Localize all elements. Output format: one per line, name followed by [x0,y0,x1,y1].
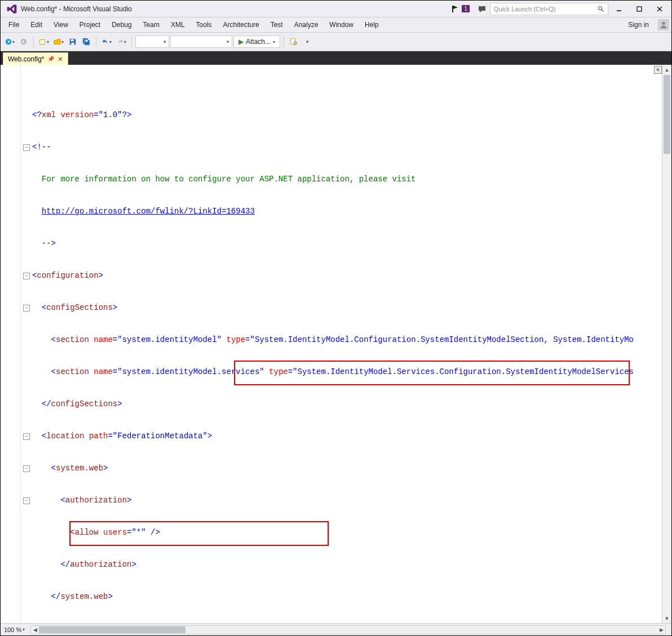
menu-debug[interactable]: Debug [106,19,137,31]
pin-icon[interactable]: 📌 [47,56,54,62]
close-button[interactable] [650,3,669,15]
feedback-icon[interactable] [478,5,487,14]
menu-edit[interactable]: Edit [25,19,48,31]
tab-webconfig[interactable]: Web.config* 📌 ✕ [3,52,68,65]
main-window: Web.config* - Microsoft Visual Studio 1 … [0,0,672,636]
start-debug-button[interactable]: ▶ Attach... ▾ [233,35,280,48]
notification-flag-icon[interactable] [450,5,459,14]
svg-rect-13 [291,39,295,45]
menu-test[interactable]: Test [265,19,289,31]
vs-logo-icon [6,3,17,15]
notification-count-badge[interactable]: 1 [462,5,470,12]
zoom-level[interactable]: 100 % ▾ [4,626,25,633]
fold-icon[interactable]: − [23,305,30,312]
horizontal-scrollbar[interactable]: ◀ ▶ [30,625,666,634]
svg-rect-3 [637,7,642,11]
svg-rect-9 [40,40,45,45]
solution-config-combo[interactable]: ▾ [135,35,169,48]
editor-area: ⇅ <?xml version="1.0"?> −<!-- For more i… [1,65,671,623]
vertical-scrollbar[interactable]: ▲ ▼ [662,65,671,623]
status-bar: 100 % ▾ ◀ ▶ [1,623,671,635]
open-file-button[interactable]: ▾ [52,35,65,48]
menu-xml[interactable]: XML [165,19,191,31]
start-label: Attach... [246,38,271,46]
fold-icon[interactable]: − [23,465,30,472]
scrollbar-thumb[interactable] [664,75,670,154]
code-editor[interactable]: ⇅ <?xml version="1.0"?> −<!-- For more i… [21,65,662,623]
fold-icon[interactable]: − [23,273,30,279]
svg-rect-10 [71,39,74,42]
sign-in-link[interactable]: Sign in [622,19,655,31]
toolbar: ▾ ▾ ▾ ▾ ▾ ▾ ▾ ▶ Attach... ▾ ▾ [1,32,671,51]
titlebar: Web.config* - Microsoft Visual Studio 1 … [1,1,671,17]
quick-launch-input[interactable]: Quick Launch (Ctrl+Q) [490,3,608,15]
scroll-down-icon[interactable]: ▼ [662,613,671,623]
editor-gutter [1,65,21,623]
undo-button[interactable]: ▾ [100,35,113,48]
scroll-up-icon[interactable]: ▲ [662,65,671,74]
svg-point-6 [662,22,665,25]
menu-file[interactable]: File [3,19,25,31]
scrollbar-thumb[interactable] [39,626,185,633]
menu-project[interactable]: Project [74,19,106,31]
chevron-down-icon: ▾ [23,627,25,632]
save-button[interactable] [67,35,79,48]
redo-button[interactable]: ▾ [114,35,128,48]
menu-analyze[interactable]: Analyze [289,19,324,31]
tab-label: Web.config* [8,55,44,63]
menu-window[interactable]: Window [324,19,359,31]
save-all-button[interactable] [80,35,92,48]
find-in-files-button[interactable] [288,35,300,48]
menu-tools[interactable]: Tools [191,19,218,31]
scroll-left-icon[interactable]: ◀ [31,626,39,634]
avatar-icon[interactable] [658,19,669,30]
menubar: File Edit View Project Debug Team XML To… [1,17,671,32]
close-tab-icon[interactable]: ✕ [58,55,63,63]
solution-platform-combo[interactable]: ▾ [170,35,232,48]
menu-team[interactable]: Team [138,19,165,31]
menu-view[interactable]: View [48,19,74,31]
document-tab-well: Web.config* 📌 ✕ [1,51,671,65]
window-title: Web.config* - Microsoft Visual Studio [21,5,132,13]
scroll-right-icon[interactable]: ▶ [657,626,665,634]
search-icon [598,6,604,12]
split-editor-icon[interactable]: ⇅ [654,66,662,74]
fold-icon[interactable]: − [23,497,30,504]
play-icon: ▶ [238,38,244,46]
quick-launch-placeholder: Quick Launch (Ctrl+Q) [494,6,556,12]
minimize-button[interactable] [609,3,629,15]
menu-help[interactable]: Help [359,19,384,31]
fold-icon[interactable]: − [23,433,30,440]
menu-architecture[interactable]: Architecture [218,19,265,31]
toolbar-overflow-button[interactable]: ▾ [301,35,313,48]
fold-icon[interactable]: − [23,144,30,151]
svg-line-1 [602,9,604,11]
svg-point-0 [599,6,602,10]
new-project-button[interactable]: ▾ [37,35,51,48]
maximize-button[interactable] [630,3,649,15]
svg-rect-11 [71,43,74,45]
nav-forward-button[interactable] [17,35,30,48]
svg-rect-12 [85,40,87,42]
nav-back-button[interactable]: ▾ [3,35,16,48]
